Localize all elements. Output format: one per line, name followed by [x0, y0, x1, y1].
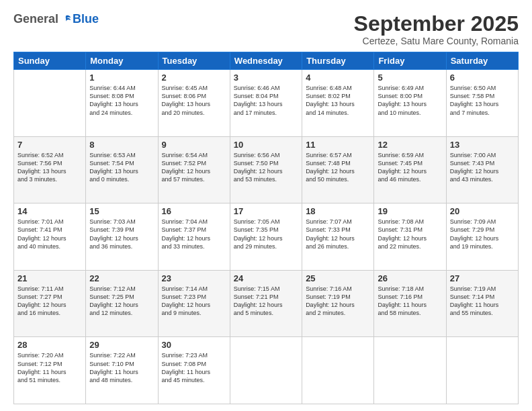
cell-info: Sunrise: 7:18 AM Sunset: 7:16 PM Dayligh…: [378, 285, 442, 318]
cell-info: Sunrise: 7:04 AM Sunset: 7:37 PM Dayligh…: [162, 218, 226, 250]
table-row: 21Sunrise: 7:11 AM Sunset: 7:27 PM Dayli…: [14, 270, 86, 337]
col-header-friday: Friday: [374, 52, 446, 70]
page: General Blue September 2025 Certeze, Sat…: [0, 0, 532, 411]
col-header-sunday: Sunday: [14, 52, 86, 70]
day-number: 6: [450, 73, 515, 83]
logo-blue: Blue: [73, 12, 99, 26]
cell-info: Sunrise: 7:03 AM Sunset: 7:39 PM Dayligh…: [89, 218, 154, 250]
logo-text: General Blue: [13, 12, 99, 26]
day-number: 23: [162, 273, 226, 283]
logo: General Blue: [13, 12, 99, 26]
day-number: 19: [378, 206, 442, 216]
table-row: 29Sunrise: 7:22 AM Sunset: 7:10 PM Dayli…: [86, 337, 158, 404]
day-number: 16: [162, 206, 226, 216]
table-row: 16Sunrise: 7:04 AM Sunset: 7:37 PM Dayli…: [158, 203, 230, 271]
day-number: 7: [17, 140, 82, 150]
day-number: 26: [378, 273, 442, 283]
cell-info: Sunrise: 6:56 AM Sunset: 7:50 PM Dayligh…: [234, 151, 298, 184]
day-number: 30: [162, 340, 226, 350]
table-row: 18Sunrise: 7:07 AM Sunset: 7:33 PM Dayli…: [302, 203, 374, 271]
cell-info: Sunrise: 6:45 AM Sunset: 8:06 PM Dayligh…: [162, 84, 226, 117]
day-number: 8: [89, 140, 154, 150]
day-number: 9: [162, 140, 226, 150]
day-number: 28: [17, 340, 82, 350]
cell-info: Sunrise: 6:57 AM Sunset: 7:48 PM Dayligh…: [306, 151, 370, 184]
table-row: [374, 337, 446, 404]
day-number: 14: [17, 206, 82, 216]
table-row: [230, 337, 302, 404]
table-row: [14, 70, 86, 137]
month-title: September 2025: [354, 12, 519, 36]
day-number: 22: [89, 273, 154, 283]
cell-info: Sunrise: 7:22 AM Sunset: 7:10 PM Dayligh…: [89, 351, 154, 384]
table-row: 11Sunrise: 6:57 AM Sunset: 7:48 PM Dayli…: [302, 136, 374, 203]
cell-info: Sunrise: 7:08 AM Sunset: 7:31 PM Dayligh…: [378, 218, 442, 250]
table-row: 14Sunrise: 7:01 AM Sunset: 7:41 PM Dayli…: [14, 203, 86, 271]
cell-info: Sunrise: 7:19 AM Sunset: 7:14 PM Dayligh…: [450, 285, 515, 318]
day-number: 27: [450, 273, 515, 283]
day-number: 20: [450, 206, 515, 216]
cell-info: Sunrise: 6:50 AM Sunset: 7:58 PM Dayligh…: [450, 84, 515, 117]
table-row: 27Sunrise: 7:19 AM Sunset: 7:14 PM Dayli…: [446, 270, 518, 337]
cell-info: Sunrise: 6:48 AM Sunset: 8:02 PM Dayligh…: [306, 84, 370, 117]
day-number: 17: [234, 206, 298, 216]
day-number: 29: [89, 340, 154, 350]
cell-info: Sunrise: 7:14 AM Sunset: 7:23 PM Dayligh…: [162, 285, 226, 318]
table-row: 3Sunrise: 6:46 AM Sunset: 8:04 PM Daylig…: [230, 70, 302, 137]
col-header-thursday: Thursday: [302, 52, 374, 70]
calendar-table: SundayMondayTuesdayWednesdayThursdayFrid…: [13, 52, 519, 404]
table-row: 12Sunrise: 6:59 AM Sunset: 7:45 PM Dayli…: [374, 136, 446, 203]
table-row: 2Sunrise: 6:45 AM Sunset: 8:06 PM Daylig…: [158, 70, 230, 137]
cell-info: Sunrise: 6:53 AM Sunset: 7:54 PM Dayligh…: [89, 151, 154, 184]
col-header-wednesday: Wednesday: [230, 52, 302, 70]
table-row: 20Sunrise: 7:09 AM Sunset: 7:29 PM Dayli…: [446, 203, 518, 271]
cell-info: Sunrise: 6:59 AM Sunset: 7:45 PM Dayligh…: [378, 151, 442, 184]
cell-info: Sunrise: 7:20 AM Sunset: 7:12 PM Dayligh…: [17, 351, 82, 384]
logo-bird-icon: [60, 13, 72, 26]
col-header-saturday: Saturday: [446, 52, 518, 70]
logo-general: General: [13, 12, 58, 26]
table-row: 24Sunrise: 7:15 AM Sunset: 7:21 PM Dayli…: [230, 270, 302, 337]
day-number: 10: [234, 140, 298, 150]
table-row: 15Sunrise: 7:03 AM Sunset: 7:39 PM Dayli…: [86, 203, 158, 271]
header-right: September 2025 Certeze, Satu Mare County…: [354, 12, 519, 46]
day-number: 11: [306, 140, 370, 150]
table-row: 23Sunrise: 7:14 AM Sunset: 7:23 PM Dayli…: [158, 270, 230, 337]
table-row: 1Sunrise: 6:44 AM Sunset: 8:08 PM Daylig…: [86, 70, 158, 137]
table-row: 5Sunrise: 6:49 AM Sunset: 8:00 PM Daylig…: [374, 70, 446, 137]
cell-info: Sunrise: 7:00 AM Sunset: 7:43 PM Dayligh…: [450, 151, 515, 184]
table-row: 6Sunrise: 6:50 AM Sunset: 7:58 PM Daylig…: [446, 70, 518, 137]
day-number: 24: [234, 273, 298, 283]
table-row: [446, 337, 518, 404]
cell-info: Sunrise: 6:49 AM Sunset: 8:00 PM Dayligh…: [378, 84, 442, 117]
col-header-tuesday: Tuesday: [158, 52, 230, 70]
header: General Blue September 2025 Certeze, Sat…: [13, 12, 519, 46]
table-row: 30Sunrise: 7:23 AM Sunset: 7:08 PM Dayli…: [158, 337, 230, 404]
table-row: 7Sunrise: 6:52 AM Sunset: 7:56 PM Daylig…: [14, 136, 86, 203]
day-number: 25: [306, 273, 370, 283]
day-number: 3: [234, 73, 298, 83]
table-row: 4Sunrise: 6:48 AM Sunset: 8:02 PM Daylig…: [302, 70, 374, 137]
cell-info: Sunrise: 7:23 AM Sunset: 7:08 PM Dayligh…: [162, 351, 226, 384]
table-row: [302, 337, 374, 404]
cell-info: Sunrise: 6:44 AM Sunset: 8:08 PM Dayligh…: [89, 84, 154, 117]
day-number: 2: [162, 73, 226, 83]
cell-info: Sunrise: 7:05 AM Sunset: 7:35 PM Dayligh…: [234, 218, 298, 250]
table-row: 19Sunrise: 7:08 AM Sunset: 7:31 PM Dayli…: [374, 203, 446, 271]
table-row: 9Sunrise: 6:54 AM Sunset: 7:52 PM Daylig…: [158, 136, 230, 203]
cell-info: Sunrise: 7:16 AM Sunset: 7:19 PM Dayligh…: [306, 285, 370, 318]
day-number: 15: [89, 206, 154, 216]
cell-info: Sunrise: 7:09 AM Sunset: 7:29 PM Dayligh…: [450, 218, 515, 250]
cell-info: Sunrise: 6:52 AM Sunset: 7:56 PM Dayligh…: [17, 151, 82, 184]
day-number: 18: [306, 206, 370, 216]
cell-info: Sunrise: 7:15 AM Sunset: 7:21 PM Dayligh…: [234, 285, 298, 318]
day-number: 13: [450, 140, 515, 150]
table-row: 8Sunrise: 6:53 AM Sunset: 7:54 PM Daylig…: [86, 136, 158, 203]
day-number: 4: [306, 73, 370, 83]
table-row: 28Sunrise: 7:20 AM Sunset: 7:12 PM Dayli…: [14, 337, 86, 404]
cell-info: Sunrise: 7:01 AM Sunset: 7:41 PM Dayligh…: [17, 218, 82, 250]
table-row: 22Sunrise: 7:12 AM Sunset: 7:25 PM Dayli…: [86, 270, 158, 337]
cell-info: Sunrise: 6:46 AM Sunset: 8:04 PM Dayligh…: [234, 84, 298, 117]
table-row: 13Sunrise: 7:00 AM Sunset: 7:43 PM Dayli…: [446, 136, 518, 203]
cell-info: Sunrise: 7:12 AM Sunset: 7:25 PM Dayligh…: [89, 285, 154, 318]
